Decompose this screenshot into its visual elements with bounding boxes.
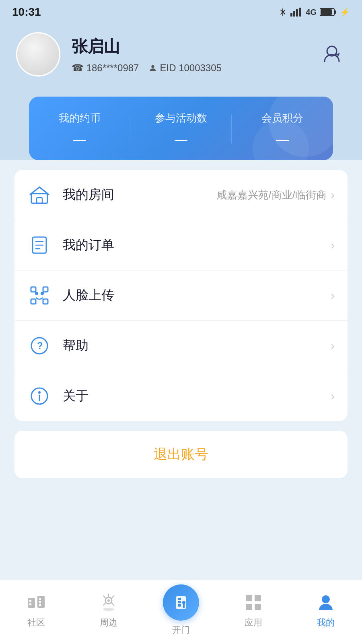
nav-item-nearby[interactable]: 周边 <box>72 588 145 629</box>
svg-rect-38 <box>178 601 181 603</box>
community-icon <box>25 592 47 613</box>
bluetooth-icon <box>278 8 287 17</box>
apps-icon <box>243 592 264 613</box>
nav-apps-label: 应用 <box>245 617 262 629</box>
menu-item-help[interactable]: ? 帮助 › <box>14 321 348 371</box>
svg-rect-28 <box>29 603 31 605</box>
profile-left: 张启山 ☎ 186****0987 EID 10003305 <box>16 32 222 76</box>
person-icon <box>148 64 157 72</box>
stat-points: 会员积分 — <box>232 111 333 147</box>
stats-card: 我的约币 — 参与活动数 — 会员积分 — <box>29 97 333 160</box>
avatar-image <box>17 33 59 75</box>
about-icon <box>27 384 51 408</box>
face-arrow-icon: › <box>331 289 335 302</box>
svg-rect-44 <box>246 604 252 610</box>
help-icon: ? <box>27 334 51 358</box>
svg-rect-42 <box>246 595 252 601</box>
nav-item-mine[interactable]: 我的 <box>290 588 362 629</box>
svg-rect-5 <box>334 10 336 14</box>
home-icon <box>27 183 51 207</box>
about-arrow-icon: › <box>331 389 335 403</box>
mine-icon <box>315 592 337 613</box>
profile-meta: ☎ 186****0987 EID 10003305 <box>72 62 222 74</box>
menu-section: 我的房间 咸嘉嘉兴苑/商业/临街商 › 我的订单 › <box>14 170 348 421</box>
menu-room-label: 我的房间 <box>63 186 216 204</box>
svg-rect-27 <box>29 600 31 602</box>
svg-rect-17 <box>31 299 36 304</box>
battery-icon <box>320 8 337 17</box>
svg-point-33 <box>103 608 114 611</box>
nav-nearby-label: 周边 <box>100 617 117 629</box>
status-time: 10:31 <box>12 6 41 19</box>
switch-account-icon <box>321 43 343 66</box>
nav-opendoor-label: 开门 <box>172 624 190 636</box>
svg-rect-26 <box>28 598 35 608</box>
order-icon <box>27 233 51 257</box>
stat-activities-value: — <box>175 132 187 147</box>
help-arrow-icon: › <box>331 339 335 353</box>
network-type: 4G <box>306 8 317 17</box>
stat-activities-label: 参与活动数 <box>155 111 207 125</box>
svg-text:?: ? <box>37 340 43 351</box>
menu-item-room[interactable]: 我的房间 咸嘉嘉兴苑/商业/临街商 › <box>14 170 348 220</box>
menu-item-about[interactable]: 关于 › <box>14 371 348 421</box>
svg-rect-1 <box>293 11 295 17</box>
room-arrow-icon: › <box>331 188 335 202</box>
status-icons: 4G ⚡ <box>278 7 350 17</box>
menu-help-label: 帮助 <box>63 337 331 355</box>
svg-point-20 <box>41 292 44 295</box>
bottom-nav: 社区 周边 <box>0 580 362 644</box>
svg-rect-16 <box>43 287 48 292</box>
profile-header: 张启山 ☎ 186****0987 EID 10003305 <box>0 24 362 89</box>
svg-point-46 <box>322 595 330 603</box>
svg-point-35 <box>107 599 110 602</box>
svg-point-19 <box>35 292 38 295</box>
logout-button[interactable]: 退出账号 <box>154 446 208 462</box>
menu-item-orders[interactable]: 我的订单 › <box>14 220 348 270</box>
stat-points-label: 会员积分 <box>261 111 303 125</box>
opendoor-button[interactable] <box>163 584 199 621</box>
avatar <box>16 32 60 76</box>
svg-rect-2 <box>296 9 298 17</box>
stat-yuebi-value: — <box>73 132 86 147</box>
nearby-icon <box>98 592 119 613</box>
nav-item-opendoor[interactable]: 开门 <box>145 580 217 636</box>
profile-phone: ☎ 186****0987 <box>72 62 139 74</box>
menu-orders-label: 我的订单 <box>63 236 331 254</box>
svg-rect-41 <box>183 603 185 608</box>
svg-rect-10 <box>37 198 42 203</box>
svg-rect-39 <box>178 604 181 607</box>
menu-item-face[interactable]: 人脸上传 › <box>14 270 348 321</box>
svg-rect-43 <box>255 595 261 601</box>
svg-rect-9 <box>31 194 47 203</box>
stat-yuebi: 我的约币 — <box>29 111 130 147</box>
switch-account-button[interactable] <box>318 40 346 68</box>
svg-rect-32 <box>39 604 41 606</box>
orders-arrow-icon: › <box>331 238 335 252</box>
profile-name: 张启山 <box>72 35 222 58</box>
menu-room-sub: 咸嘉嘉兴苑/商业/临街商 <box>216 188 327 202</box>
profile-info: 张启山 ☎ 186****0987 EID 10003305 <box>72 35 222 74</box>
nav-mine-label: 我的 <box>317 617 335 629</box>
svg-rect-15 <box>31 287 36 292</box>
profile-eid: EID 10003305 <box>148 62 221 74</box>
svg-point-24 <box>38 391 41 394</box>
svg-point-7 <box>152 65 154 68</box>
nav-item-apps[interactable]: 应用 <box>217 588 290 629</box>
svg-rect-6 <box>321 9 332 15</box>
svg-rect-31 <box>39 601 41 603</box>
face-icon <box>27 283 51 308</box>
charging-icon: ⚡ <box>340 7 350 17</box>
stat-yuebi-label: 我的约币 <box>59 111 101 125</box>
nav-community-label: 社区 <box>27 617 45 629</box>
signal-icon <box>290 8 302 17</box>
svg-rect-0 <box>290 13 292 17</box>
svg-rect-30 <box>39 598 41 600</box>
menu-about-label: 关于 <box>63 387 331 405</box>
svg-rect-3 <box>299 8 301 17</box>
status-bar: 10:31 4G ⚡ <box>0 0 362 24</box>
svg-rect-18 <box>43 299 48 304</box>
logout-section: 退出账号 <box>14 431 348 478</box>
stat-points-value: — <box>276 132 289 147</box>
nav-item-community[interactable]: 社区 <box>0 588 72 629</box>
